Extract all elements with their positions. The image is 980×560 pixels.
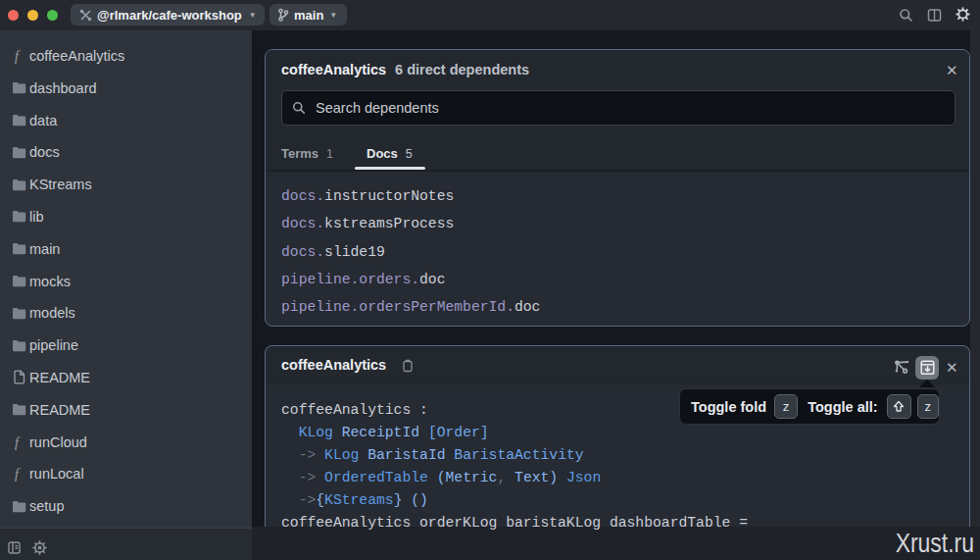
svg-text:f: f [15,435,21,450]
svg-text:f: f [15,49,21,64]
svg-text:f: f [15,467,21,482]
